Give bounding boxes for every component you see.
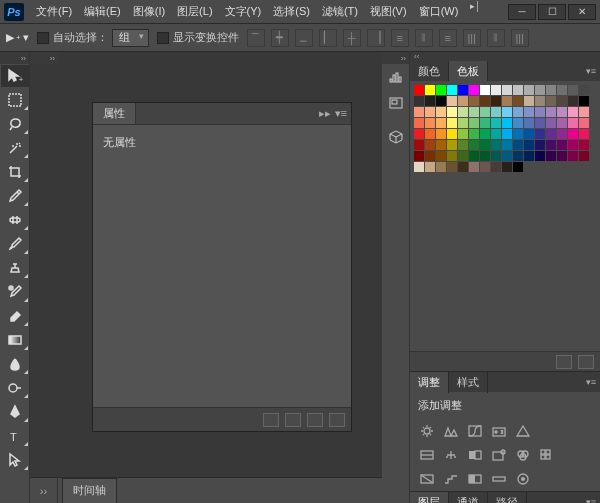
swatch[interactable]	[436, 162, 446, 172]
dist-hcenter-icon[interactable]: ⦀	[487, 29, 505, 47]
swatch[interactable]	[513, 85, 523, 95]
swatch[interactable]	[491, 129, 501, 139]
close-button[interactable]: ✕	[568, 4, 596, 20]
brush-tool[interactable]	[1, 233, 29, 255]
menu-type[interactable]: 文字(Y)	[219, 1, 268, 22]
adjustments-tab[interactable]: 调整	[410, 372, 449, 393]
align-vcenter-icon[interactable]: ┿	[271, 29, 289, 47]
cube-3d-icon[interactable]	[384, 126, 408, 148]
toolbar-collapse-tab[interactable]: ››	[0, 52, 29, 64]
previous-state-icon[interactable]	[285, 413, 301, 427]
swatch[interactable]	[524, 140, 534, 150]
swatch[interactable]	[447, 151, 457, 161]
swatch[interactable]	[480, 107, 490, 117]
lasso-tool[interactable]	[1, 113, 29, 135]
properties-tab[interactable]: 属性	[93, 103, 136, 124]
swatch[interactable]	[546, 151, 556, 161]
dist-right-icon[interactable]: |||	[511, 29, 529, 47]
swatch[interactable]	[568, 118, 578, 128]
type-tool[interactable]: T	[1, 425, 29, 447]
swatch[interactable]	[447, 140, 457, 150]
swatches-menu-icon[interactable]: ▾≡	[586, 66, 596, 76]
brightness-icon[interactable]	[418, 423, 436, 439]
swatch[interactable]	[502, 96, 512, 106]
dist-bottom-icon[interactable]: ≡	[439, 29, 457, 47]
swatch[interactable]	[425, 129, 435, 139]
swatch[interactable]	[447, 85, 457, 95]
selective-color-icon[interactable]	[514, 471, 532, 487]
swatch[interactable]	[502, 151, 512, 161]
swatch[interactable]	[513, 151, 523, 161]
swatch[interactable]	[513, 118, 523, 128]
clip-to-layer-icon[interactable]	[263, 413, 279, 427]
eraser-tool[interactable]	[1, 305, 29, 327]
swatch[interactable]	[524, 96, 534, 106]
swatch[interactable]	[579, 129, 589, 139]
swatch[interactable]	[469, 129, 479, 139]
levels-icon[interactable]	[442, 423, 460, 439]
swatch[interactable]	[469, 162, 479, 172]
swatch[interactable]	[513, 96, 523, 106]
swatch[interactable]	[513, 162, 523, 172]
swatch[interactable]	[568, 151, 578, 161]
swatch[interactable]	[535, 85, 545, 95]
menu-layer[interactable]: 图层(L)	[171, 1, 218, 22]
swatch[interactable]	[557, 140, 567, 150]
swatch[interactable]	[535, 129, 545, 139]
align-top-icon[interactable]: ⎺	[247, 29, 265, 47]
timeline-tab[interactable]: 时间轴	[62, 478, 117, 503]
swatch[interactable]	[414, 107, 424, 117]
swatch[interactable]	[568, 107, 578, 117]
swatch[interactable]	[557, 151, 567, 161]
clone-stamp-tool[interactable]	[1, 257, 29, 279]
navigator-icon[interactable]	[384, 92, 408, 114]
swatch[interactable]	[458, 129, 468, 139]
color-balance-icon[interactable]	[442, 447, 460, 463]
styles-tab[interactable]: 样式	[449, 372, 488, 393]
swatch[interactable]	[524, 151, 534, 161]
menu-overflow-icon[interactable]: ▸│	[470, 1, 481, 22]
menu-image[interactable]: 图像(I)	[127, 1, 171, 22]
posterize-icon[interactable]	[442, 471, 460, 487]
swatch[interactable]	[502, 85, 512, 95]
right-strip-collapse-tab[interactable]: ››	[382, 52, 409, 64]
swatch[interactable]	[491, 85, 501, 95]
swatch[interactable]	[502, 140, 512, 150]
swatch[interactable]	[480, 129, 490, 139]
swatch[interactable]	[546, 107, 556, 117]
swatch[interactable]	[425, 151, 435, 161]
swatch[interactable]	[557, 107, 567, 117]
swatch[interactable]	[568, 129, 578, 139]
menu-file[interactable]: 文件(F)	[30, 1, 78, 22]
blur-tool[interactable]	[1, 353, 29, 375]
menu-view[interactable]: 视图(V)	[364, 1, 413, 22]
swatch[interactable]	[568, 85, 578, 95]
swatch[interactable]	[491, 162, 501, 172]
exposure-icon[interactable]	[490, 423, 508, 439]
healing-brush-tool[interactable]	[1, 209, 29, 231]
marquee-tool[interactable]	[1, 89, 29, 111]
path-selection-tool[interactable]	[1, 449, 29, 471]
swatch[interactable]	[425, 140, 435, 150]
crop-tool[interactable]	[1, 161, 29, 183]
swatch[interactable]	[557, 85, 567, 95]
swatch[interactable]	[414, 140, 424, 150]
threshold-icon[interactable]	[466, 471, 484, 487]
invert-icon[interactable]	[418, 471, 436, 487]
swatch[interactable]	[458, 96, 468, 106]
delete-icon[interactable]	[329, 413, 345, 427]
swatch[interactable]	[513, 129, 523, 139]
swatch[interactable]	[535, 151, 545, 161]
swatch[interactable]	[447, 107, 457, 117]
visibility-icon[interactable]	[307, 413, 323, 427]
swatch[interactable]	[458, 107, 468, 117]
swatch[interactable]	[557, 96, 567, 106]
swatch[interactable]	[579, 140, 589, 150]
move-tool[interactable]: +	[1, 65, 29, 87]
bottom-collapse-tab[interactable]: ››	[30, 478, 58, 503]
swatch[interactable]	[425, 85, 435, 95]
menu-window[interactable]: 窗口(W)	[413, 1, 465, 22]
swatch[interactable]	[502, 118, 512, 128]
adjustments-menu-icon[interactable]: ▾≡	[586, 377, 596, 387]
histogram-icon[interactable]	[384, 66, 408, 88]
